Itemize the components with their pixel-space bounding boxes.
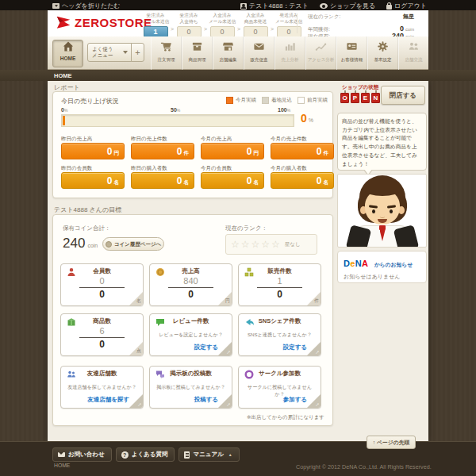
- copyright: Copyright © 2012 DeNA Co.,Ltd. All Right…: [296, 463, 432, 470]
- document-icon: [184, 451, 190, 459]
- logo-text: ZEROSTORE: [75, 16, 152, 29]
- add-quick-menu-button[interactable]: +: [131, 43, 144, 62]
- card-board-posts: 掲示板の投稿数 掲示板に投稿してみませんか？ 投稿する →: [149, 366, 232, 409]
- lock-icon: [386, 5, 392, 10]
- circle-join-link[interactable]: 参加する: [283, 396, 307, 404]
- chevron-up-icon: ▲: [228, 452, 232, 457]
- scale-50: 50%: [171, 107, 180, 113]
- quick-menu-dropdown[interactable]: よく使うメニュー: [87, 43, 132, 62]
- home-icon: [62, 40, 75, 52]
- goal-note: ※出店してからの累計になります: [247, 414, 324, 421]
- dena-news-box: DeNA からのお知らせ お知らせはありません: [337, 251, 427, 283]
- people-icon: [408, 40, 420, 52]
- stat-label: 今月の会員数: [201, 165, 232, 172]
- tab-basic-settings[interactable]: 基本設定: [367, 36, 398, 70]
- tab-customer-info[interactable]: お客様情報: [336, 36, 367, 70]
- board-post-link[interactable]: 投稿する: [194, 396, 218, 404]
- flow-count-paid-unmailed[interactable]: 0: [210, 26, 235, 37]
- flow-count-unshipped[interactable]: 0: [244, 26, 268, 37]
- collapse-header-button[interactable]: ヘッダを折りたたむ: [52, 2, 121, 10]
- goal-section-heading: テスト4888 さんの目標: [54, 205, 121, 214]
- open-sign: O P E N: [340, 93, 380, 103]
- tab-store-edit[interactable]: 店舗編集: [213, 36, 244, 70]
- page-top-button[interactable]: ↑ ページの先頭: [367, 436, 416, 449]
- tab-access-analysis[interactable]: アクセス分析: [305, 36, 336, 70]
- stat-month-orders: 0件: [271, 143, 334, 159]
- question-icon: ?: [121, 451, 129, 459]
- shopkeeper-avatar: [337, 174, 427, 248]
- review-setup-link[interactable]: 設定する: [194, 344, 218, 351]
- mail-icon: [58, 452, 65, 457]
- eye-icon: [320, 3, 328, 9]
- coin-history-button[interactable]: コイン履歴ページへ: [102, 237, 164, 251]
- stat-yesterday-sales: 0円: [61, 143, 125, 159]
- faq-button[interactable]: ? よくある質問: [116, 447, 175, 462]
- report-panel: 今日の売り上げ状況 今月実績 着地見込 前月実績 0% 50% 100% 0% …: [52, 91, 333, 198]
- flow-step: 受注済み入金待ち 0: [175, 13, 203, 37]
- bar-chart-icon: [284, 40, 296, 52]
- find-friend-shop-link[interactable]: 友達店舗を探す: [87, 396, 129, 404]
- top-utility-bar: ヘッダを折りたたむ テスト4888：テスト ショップを見る ログアウト: [0, 0, 476, 10]
- sns-setup-link[interactable]: 設定する: [283, 344, 307, 351]
- coin-total-value: 240coin: [63, 236, 98, 251]
- coin-icon: [106, 241, 112, 248]
- logged-in-user[interactable]: テスト4888：テスト: [240, 2, 309, 10]
- user-icon: [240, 3, 247, 10]
- rank-stars-box: ☆☆☆☆☆ 星なし: [225, 234, 317, 255]
- sales-progress-bar: [61, 114, 294, 127]
- rank-summary: 現在のランク: 無星 年間獲得: 0coin 現在保有: 240coin: [308, 13, 414, 34]
- footer-breadcrumb: HOME: [54, 463, 70, 468]
- card-products: 商品数 6 0 点: [60, 313, 144, 356]
- star-icons: ☆☆☆☆☆: [231, 239, 282, 250]
- card-reviews: レビュー件数 レビューを設定しませんか？ 設定する →: [149, 313, 232, 356]
- tab-store-exchange[interactable]: 店舗交流: [398, 36, 429, 70]
- stat-yesterday-members: 0名: [61, 172, 125, 189]
- rank-label: 現在のランク:: [308, 13, 340, 21]
- chevron-down-icon: [123, 51, 128, 54]
- sales-progress-value: 0%: [301, 111, 313, 125]
- avatar-tie: [379, 225, 386, 230]
- legend-swatch-forecast: [262, 97, 269, 104]
- flow-count-ordered-unmailed[interactable]: 1: [144, 26, 168, 37]
- stat-label: 昨日の売上件数: [131, 136, 167, 143]
- flow-step: 入金済みメール未送信 0: [208, 13, 236, 37]
- breadcrumb: HOME: [54, 72, 72, 79]
- collapse-icon: [52, 3, 60, 9]
- card-circle-join: サークル参加数 サークルに投稿してみませんか？ 参加する →: [238, 366, 321, 409]
- tab-sales-analysis[interactable]: 売上分析: [274, 36, 305, 70]
- legend-swatch-last-month: [298, 97, 305, 104]
- gear-icon: [377, 40, 389, 52]
- tab-sales-promotion[interactable]: 販売促進: [244, 36, 274, 70]
- logout-link[interactable]: ログアウト: [386, 2, 427, 10]
- tab-product-management[interactable]: 商品管理: [182, 36, 213, 70]
- divider: [297, 13, 298, 33]
- zerostore-logo[interactable]: ZEROSTORE: [56, 14, 152, 30]
- stat-label: 昨日の購入者数: [131, 165, 167, 172]
- flow-count-awaiting-payment[interactable]: 0: [177, 26, 202, 37]
- view-shop-link[interactable]: ショップを見る: [320, 2, 375, 10]
- sales-progress-fill: [63, 116, 65, 125]
- stat-month-members: 0名: [201, 172, 264, 189]
- card-members: 会員数 0 0 名: [60, 263, 144, 306]
- rank-none-label: 星なし: [285, 241, 301, 248]
- stat-month-sales: 0円: [201, 143, 264, 159]
- flow-step: 入金済み商品未発送 0: [241, 13, 270, 37]
- goal-panel: 保有コイン合計： 240coin コイン履歴ページへ 現在のランク： ☆☆☆☆☆…: [52, 214, 333, 426]
- content-area: レポート 今日の売り上げ状況 今月実績 着地見込 前月実績 0% 50% 100…: [48, 81, 428, 441]
- id-card-icon: [346, 40, 358, 52]
- legend-swatch-current-month: [226, 97, 233, 104]
- close-shop-button[interactable]: 閉店する: [381, 86, 425, 105]
- contact-button[interactable]: お問い合わせ: [52, 447, 112, 462]
- main-nav: HOME よく使うメニュー + 注文管理 商品管理 店舗編集 販売促進 売上分析…: [48, 36, 428, 70]
- mail-icon: [253, 40, 265, 52]
- collapse-label: ヘッダを折りたたむ: [62, 2, 121, 10]
- tab-order-management[interactable]: 注文管理: [151, 36, 182, 70]
- manual-button[interactable]: マニュアル ▲: [178, 447, 239, 462]
- cart-icon: [160, 40, 172, 52]
- scale-0: 0%: [61, 107, 67, 113]
- tab-home[interactable]: HOME: [52, 40, 83, 67]
- flag-icon: [56, 14, 71, 30]
- flow-step: 発送済みメール未送信 0: [274, 13, 303, 37]
- view-shop-label: ショップを見る: [330, 2, 375, 10]
- stat-label: 昨日の売上高: [61, 136, 92, 143]
